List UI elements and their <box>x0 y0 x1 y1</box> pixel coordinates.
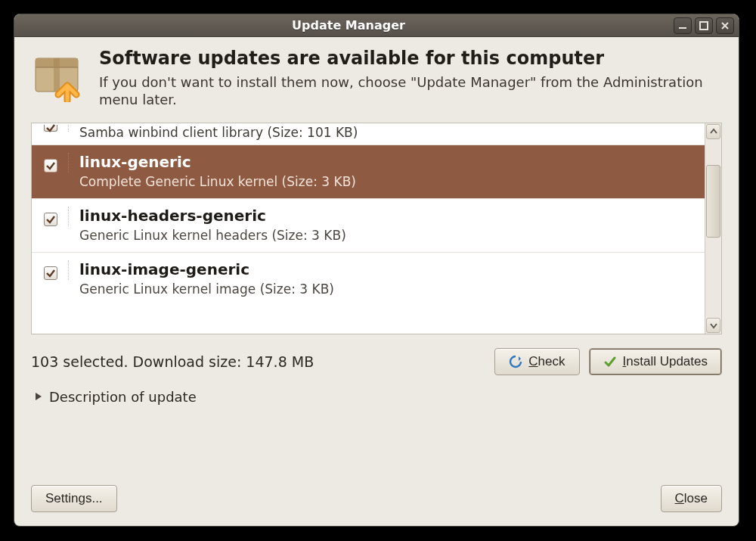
close-icon <box>720 21 730 30</box>
updates-list[interactable]: Samba winbind client library (Size: 101 … <box>32 123 705 334</box>
bottom-bar: Settings... Close <box>14 471 739 526</box>
scroll-down-button[interactable] <box>706 318 720 333</box>
package-update-icon <box>31 48 85 109</box>
scrollbar[interactable] <box>705 123 721 334</box>
list-item[interactable]: linux-generic Complete Generic Linux ker… <box>32 145 705 199</box>
svg-rect-0 <box>679 27 686 29</box>
scroll-track[interactable] <box>706 141 720 316</box>
check-icon <box>45 160 56 171</box>
chevron-up-icon <box>710 128 717 135</box>
update-checkbox[interactable] <box>44 266 57 280</box>
update-checkbox[interactable] <box>44 213 57 226</box>
titlebar: Update Manager <box>14 14 739 37</box>
list-item[interactable]: linux-image-generic Generic Linux kernel… <box>32 253 705 306</box>
window-title: Update Manager <box>23 18 674 33</box>
svg-rect-4 <box>54 58 60 92</box>
settings-button[interactable]: Settings... <box>31 485 117 512</box>
check-icon <box>45 268 56 278</box>
scroll-thumb[interactable] <box>706 165 720 238</box>
maximize-icon <box>699 21 708 30</box>
window-controls <box>674 17 734 34</box>
list-item[interactable]: linux-headers-generic Generic Linux kern… <box>32 199 705 253</box>
maximize-button[interactable] <box>695 17 713 34</box>
header-subtext: If you don't want to install them now, c… <box>99 73 722 109</box>
header-text: Software updates are available for this … <box>99 48 722 109</box>
close-button[interactable] <box>716 17 734 34</box>
button-label: Settings... <box>45 491 103 506</box>
description-expander[interactable]: Description of update <box>14 380 739 408</box>
update-description: Generic Linux kernel image (Size: 3 KB) <box>79 281 697 297</box>
minimize-icon <box>678 21 687 30</box>
button-label: Install Updates <box>623 354 708 369</box>
minimize-button[interactable] <box>674 17 692 34</box>
install-updates-button[interactable]: Install Updates <box>589 348 722 375</box>
check-icon <box>45 214 56 225</box>
refresh-icon <box>509 355 522 368</box>
list-item[interactable]: Samba winbind client library (Size: 101 … <box>32 123 705 145</box>
check-icon <box>45 123 56 133</box>
header-heading: Software updates are available for this … <box>99 48 722 69</box>
scroll-up-button[interactable] <box>706 124 720 139</box>
apply-icon <box>603 355 617 368</box>
update-name: linux-headers-generic <box>79 207 697 225</box>
close-dialog-button[interactable]: Close <box>661 485 722 512</box>
update-description: Generic Linux kernel headers (Size: 3 KB… <box>79 228 697 243</box>
button-label: Check <box>528 354 565 369</box>
expander-label: Description of update <box>49 389 197 405</box>
expander-arrow-icon <box>34 392 43 401</box>
update-name: linux-generic <box>79 153 697 171</box>
check-button[interactable]: Check <box>494 348 579 375</box>
update-manager-window: Update Manager <box>14 14 739 527</box>
update-checkbox[interactable] <box>44 125 57 132</box>
update-checkbox[interactable] <box>44 159 57 173</box>
update-description: Samba winbind client library (Size: 101 … <box>79 125 697 140</box>
update-description: Complete Generic Linux kernel (Size: 3 K… <box>79 174 697 189</box>
update-name: linux-image-generic <box>79 260 697 278</box>
button-label: Close <box>675 491 708 506</box>
action-bar: 103 selected. Download size: 147.8 MB Ch… <box>14 334 739 380</box>
status-text: 103 selected. Download size: 147.8 MB <box>31 353 485 370</box>
header: Software updates are available for this … <box>14 37 739 113</box>
updates-list-frame: Samba winbind client library (Size: 101 … <box>31 123 722 334</box>
chevron-down-icon <box>710 322 717 329</box>
svg-rect-1 <box>700 22 708 30</box>
